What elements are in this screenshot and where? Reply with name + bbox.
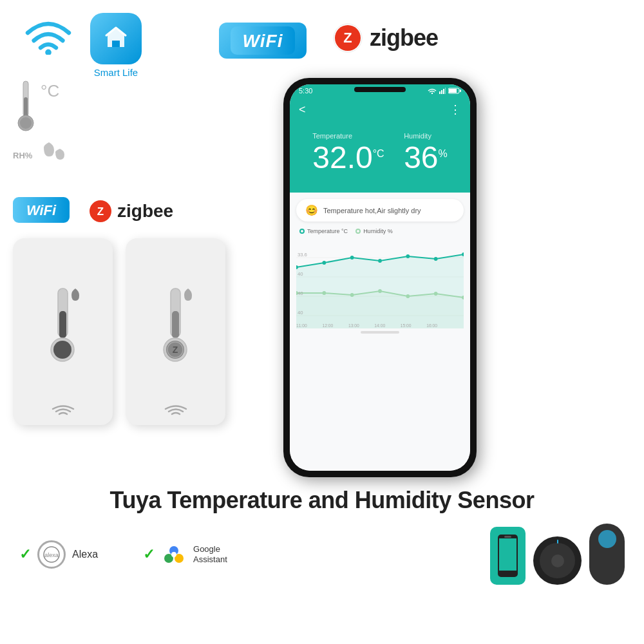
svg-text:WiFi: WiFi <box>26 202 57 218</box>
svg-rect-26 <box>441 90 442 94</box>
temperature-chart: 33.6 40 40 40 11:00 12:00 13:00 14:00 15… <box>296 238 464 328</box>
echo-speaker-icon <box>589 524 625 585</box>
humidity-icon <box>36 142 68 168</box>
svg-text:33.6: 33.6 <box>298 252 308 258</box>
svg-text:40: 40 <box>298 310 303 316</box>
svg-text:Z: Z <box>343 30 352 46</box>
svg-text:Z: Z <box>97 205 104 218</box>
svg-rect-31 <box>460 90 461 92</box>
wifi-icon-top <box>13 16 84 55</box>
phone-mockup: 5:30 < ⋮ Temperature <box>283 78 477 477</box>
status-message-text: Temperature hot,Air slightly dry <box>323 207 421 214</box>
alexa-compatibility: ✓ alexa Alexa <box>19 540 98 569</box>
zigbee-icon: Z <box>332 23 363 53</box>
svg-text:14:00: 14:00 <box>374 323 385 328</box>
svg-rect-28 <box>445 88 446 94</box>
echo-dot-icon <box>533 536 582 585</box>
legend-temp-label: Temperature °C <box>307 228 348 234</box>
svg-point-17 <box>53 341 71 359</box>
smart-life-logo: Smart Life <box>90 13 142 78</box>
page-title-section: Tuya Temperature and Humidity Sensor <box>0 477 644 520</box>
device-wifi-indicator <box>51 402 75 415</box>
svg-rect-25 <box>439 91 440 94</box>
svg-rect-30 <box>449 89 457 93</box>
legend-humidity-label: Humidity % <box>363 228 393 234</box>
device-zigbee: Z <box>126 238 225 425</box>
svg-text:Z: Z <box>173 345 178 355</box>
rh-label: RH% <box>13 151 32 160</box>
wifi-badge: WiFi <box>219 23 307 59</box>
device-thermometer-icon <box>42 285 84 369</box>
alexa-checkmark: ✓ <box>19 546 31 563</box>
page-title: Tuya Temperature and Humidity Sensor <box>110 487 535 513</box>
wifi-badge-small: WiFi <box>13 197 70 225</box>
mini-phone-icon <box>490 527 526 585</box>
google-dots-icon <box>161 542 187 567</box>
wifi-badge-text: WiFi <box>231 26 295 55</box>
temperature-reading: Temperature 32.0°C <box>312 132 384 173</box>
thermometer-icon <box>13 78 39 136</box>
phone-time: 5:30 <box>299 87 312 95</box>
svg-point-0 <box>45 50 52 55</box>
svg-text:12:00: 12:00 <box>322 323 333 328</box>
svg-text:11:00: 11:00 <box>296 323 307 328</box>
svg-rect-27 <box>443 89 444 94</box>
svg-text:WiFi: WiFi <box>243 31 283 51</box>
svg-text:13:00: 13:00 <box>348 323 359 328</box>
google-checkmark: ✓ <box>143 546 155 563</box>
phone-menu-icon[interactable]: ⋮ <box>450 102 461 117</box>
zigbee-text: zigbee <box>370 24 438 52</box>
smart-speakers-section <box>490 524 625 585</box>
svg-point-65 <box>171 552 176 557</box>
svg-point-9 <box>20 117 32 129</box>
phone-back-arrow[interactable]: < <box>299 103 306 117</box>
status-message-row: 😊 Temperature hot,Air slightly dry <box>296 199 464 222</box>
svg-rect-67 <box>499 538 516 571</box>
svg-rect-7 <box>24 97 28 118</box>
alexa-ring-icon: alexa <box>37 540 66 569</box>
celsius-label: °C <box>41 81 59 101</box>
zigbee-small-text: zigbee <box>117 201 173 222</box>
humidity-label: Humidity <box>404 132 431 140</box>
temperature-label: Temperature <box>312 132 352 140</box>
device2-wifi-indicator <box>164 402 188 415</box>
svg-rect-15 <box>59 311 66 338</box>
google-label: Google Assistant <box>193 544 227 564</box>
device-wifi <box>13 238 113 425</box>
humidity-value: 36% <box>404 142 448 173</box>
svg-rect-68 <box>504 536 511 538</box>
svg-rect-19 <box>172 311 179 338</box>
google-assistant-compatibility: ✓ Google Assistant <box>143 542 227 567</box>
zigbee-logo-wrap: Z zigbee <box>332 23 438 53</box>
svg-text:alexa: alexa <box>44 552 59 558</box>
humidity-reading: Humidity 36% <box>404 132 448 173</box>
svg-point-24 <box>431 93 433 94</box>
alexa-label: Alexa <box>72 549 98 560</box>
svg-text:40: 40 <box>298 290 303 296</box>
device2-thermometer-icon: Z <box>155 285 196 369</box>
svg-text:15:00: 15:00 <box>401 323 412 328</box>
svg-text:40: 40 <box>298 271 303 277</box>
svg-text:16:00: 16:00 <box>426 323 437 328</box>
temperature-value: 32.0°C <box>312 142 384 173</box>
chart-legend: Temperature °C Humidity % <box>296 228 464 234</box>
smart-life-label: Smart Life <box>94 67 138 78</box>
zigbee-badge-small: Z zigbee <box>89 200 173 223</box>
